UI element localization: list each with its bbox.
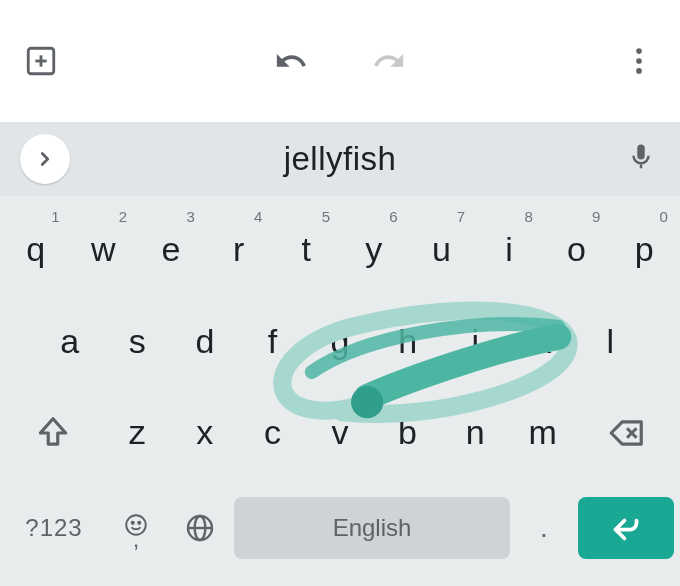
key-a[interactable]: a (36, 296, 104, 388)
key-d[interactable]: d (171, 296, 239, 388)
key-e[interactable]: e3 (137, 204, 205, 296)
key-i[interactable]: i8 (475, 204, 543, 296)
more-menu-button[interactable] (620, 42, 658, 80)
backspace-key[interactable] (577, 387, 678, 479)
key-hint: 9 (592, 208, 600, 225)
key-s[interactable]: s (104, 296, 172, 388)
key-f[interactable]: f (239, 296, 307, 388)
on-screen-keyboard: jellyfish q1w2e3r4t5y6u7i8o9p0 asdfghjkl… (0, 122, 680, 586)
key-hint: 1 (51, 208, 59, 225)
new-tab-button[interactable] (22, 42, 60, 80)
key-hint: 5 (322, 208, 330, 225)
key-n[interactable]: n (441, 387, 509, 479)
key-j[interactable]: j (441, 296, 509, 388)
key-hint: 7 (457, 208, 465, 225)
key-hint: 0 (660, 208, 668, 225)
key-row-2: asdfghjkl (2, 296, 678, 388)
enter-key[interactable] (578, 497, 674, 559)
expand-suggestions-button[interactable] (20, 134, 70, 184)
period-key[interactable]: . (514, 483, 574, 575)
svg-point-11 (138, 522, 140, 524)
suggestion-bar: jellyfish (0, 122, 680, 196)
key-l[interactable]: l (577, 296, 645, 388)
svg-rect-6 (640, 165, 643, 169)
svg-point-10 (132, 522, 134, 524)
svg-point-4 (636, 58, 642, 64)
space-key[interactable]: English (234, 497, 510, 559)
key-h[interactable]: h (374, 296, 442, 388)
key-o[interactable]: o9 (543, 204, 611, 296)
language-key[interactable] (170, 483, 230, 575)
key-m[interactable]: m (509, 387, 577, 479)
mic-button[interactable] (626, 142, 656, 176)
key-w[interactable]: w2 (70, 204, 138, 296)
undo-button[interactable] (272, 42, 310, 80)
key-p[interactable]: p0 (610, 204, 678, 296)
redo-button[interactable] (370, 42, 408, 80)
key-rows: q1w2e3r4t5y6u7i8o9p0 asdfghjkl zxcvbnm ?… (0, 196, 680, 586)
key-hint: 3 (186, 208, 194, 225)
symbols-key[interactable]: ?123 (6, 483, 102, 575)
suggestion-word[interactable]: jellyfish (0, 140, 680, 178)
key-r[interactable]: r4 (205, 204, 273, 296)
key-hint: 8 (524, 208, 532, 225)
key-v[interactable]: v (306, 387, 374, 479)
key-t[interactable]: t5 (272, 204, 340, 296)
key-hint: 4 (254, 208, 262, 225)
key-c[interactable]: c (239, 387, 307, 479)
key-row-3: zxcvbnm (2, 387, 678, 479)
key-row-1: q1w2e3r4t5y6u7i8o9p0 (2, 204, 678, 296)
key-y[interactable]: y6 (340, 204, 408, 296)
app-toolbar (0, 0, 680, 122)
svg-point-3 (636, 48, 642, 54)
key-k[interactable]: k (509, 296, 577, 388)
key-u[interactable]: u7 (408, 204, 476, 296)
comma-label: , (133, 536, 139, 544)
svg-point-5 (636, 68, 642, 74)
key-z[interactable]: z (103, 387, 171, 479)
key-b[interactable]: b (374, 387, 442, 479)
key-hint: 2 (119, 208, 127, 225)
key-x[interactable]: x (171, 387, 239, 479)
emoji-key[interactable]: , (106, 483, 166, 575)
key-hint: 6 (389, 208, 397, 225)
key-row-4: ?123 , English . (2, 479, 678, 581)
key-q[interactable]: q1 (2, 204, 70, 296)
key-g[interactable]: g (306, 296, 374, 388)
shift-key[interactable] (2, 387, 103, 479)
